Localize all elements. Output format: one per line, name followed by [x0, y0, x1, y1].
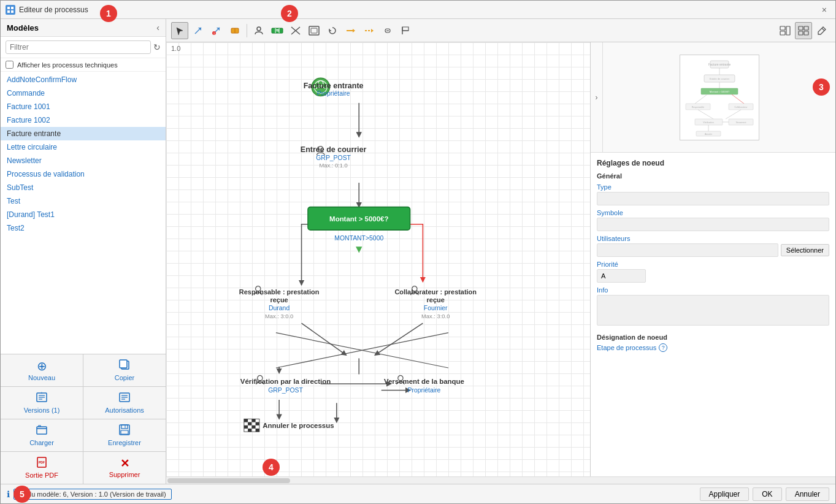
svg-rect-91 — [248, 429, 251, 432]
show-technical-checkbox[interactable] — [6, 61, 13, 69]
status-info-icon: ℹ — [7, 489, 10, 499]
list-item[interactable]: AddNoteConfirmFlow — [1, 73, 166, 86]
main-window: Editeur de processus × Modèles ‹ ↻ Affic… — [0, 0, 836, 504]
svg-text:reçue: reçue — [270, 296, 288, 304]
nouveau-icon: ⊕ — [37, 360, 47, 372]
subprocess-button[interactable] — [305, 22, 323, 39]
svg-text:Responsable : prestation: Responsable : prestation — [239, 288, 319, 296]
arrow2-button[interactable] — [361, 22, 378, 39]
refresh-icon[interactable]: ↻ — [153, 42, 161, 52]
erase-button[interactable] — [226, 22, 244, 39]
list-item[interactable]: Commande — [1, 86, 166, 100]
supprimer-label: Supprimer — [109, 471, 140, 478]
info-field-label: Info — [597, 286, 829, 294]
versions-icon: 1 — [36, 392, 47, 405]
svg-point-26 — [257, 27, 261, 31]
svg-line-109 — [726, 110, 741, 119]
models-list: AddNoteConfirmFlow Commande Facture 1001… — [1, 72, 166, 354]
symbol-field-input[interactable] — [597, 218, 829, 231]
charger-button[interactable]: Charger — [1, 419, 83, 451]
svg-text:PDF: PDF — [39, 460, 45, 464]
scrollbar-thumb[interactable] — [167, 478, 290, 483]
status-bar: ℹ ID du modèle: 6, Version : 1.0 (Versio… — [1, 484, 835, 503]
svg-rect-89 — [244, 426, 248, 429]
svg-text:Max.: 0:1.0: Max.: 0:1.0 — [319, 162, 347, 169]
list-item[interactable]: Test — [1, 194, 166, 208]
window-icon — [6, 5, 15, 15]
appliquer-button[interactable]: Appliquer — [700, 487, 750, 501]
loop-button[interactable] — [324, 22, 341, 39]
users-select-button[interactable]: Sélectionner — [781, 244, 829, 256]
svg-rect-15 — [37, 427, 47, 434]
annuler-button[interactable]: Annuler — [786, 487, 829, 501]
user-task-button[interactable] — [250, 22, 267, 39]
type-field-input[interactable] — [597, 192, 829, 205]
sidebar-action-buttons: ⊕ Nouveau Copier — [1, 354, 166, 484]
sidebar-header: Modèles ‹ — [1, 19, 166, 37]
list-item[interactable]: Test2 — [1, 221, 166, 235]
enregistrer-label: Enregistrer — [108, 439, 141, 446]
right-panel-collapse-button[interactable]: › — [591, 42, 603, 152]
svg-rect-90 — [251, 426, 255, 429]
list-item-active[interactable]: Facture entrante — [1, 127, 166, 140]
ok-button[interactable]: OK — [753, 487, 781, 501]
alert-step-button[interactable]: ! — [208, 22, 225, 39]
autorisations-label: Autorisations — [105, 407, 144, 414]
node-designation-label: Désignation de noeud — [597, 334, 829, 341]
svg-rect-0 — [7, 7, 10, 9]
list-item[interactable]: [Durand] Test1 — [1, 208, 166, 221]
svg-text:Entrée de courrier: Entrée de courrier — [709, 77, 729, 80]
supprimer-button[interactable]: ✕ Supprimer — [83, 452, 166, 484]
add-step-button[interactable] — [190, 22, 207, 39]
end-flag-button[interactable] — [397, 22, 415, 39]
canvas-version-label: 1.0 — [171, 45, 180, 52]
nouveau-button[interactable]: ⊕ Nouveau — [1, 354, 83, 386]
svg-text:Versement de la banque: Versement de la banque — [384, 378, 464, 385]
copier-icon — [118, 359, 131, 372]
svg-text:Responsable: Responsable — [691, 106, 704, 109]
enregistrer-icon — [119, 424, 130, 437]
svg-text:Annuler: Annuler — [704, 133, 712, 136]
help-icon[interactable]: ? — [659, 343, 667, 352]
merge-button[interactable] — [287, 22, 304, 39]
svg-text:Montant > 5000€?: Montant > 5000€? — [329, 215, 388, 223]
close-button[interactable]: × — [818, 4, 830, 16]
sidebar-title: Modèles — [7, 23, 39, 32]
versions-button[interactable]: 1 Versions (1) — [1, 387, 83, 419]
priority-field-input[interactable] — [597, 269, 646, 283]
autorisations-button[interactable]: Autorisations — [83, 387, 166, 419]
sidebar-collapse-button[interactable]: ‹ — [156, 23, 159, 32]
list-item[interactable]: Processus de validation — [1, 167, 166, 181]
list-item[interactable]: Facture 1002 — [1, 113, 166, 127]
symbol-field-label: Symbole — [597, 209, 829, 216]
horizontal-scrollbar[interactable] — [166, 476, 835, 484]
sortie-pdf-button[interactable]: PDF Sortie PDF — [1, 452, 83, 484]
copier-button[interactable]: Copier — [83, 354, 166, 386]
list-item[interactable]: Newsletter — [1, 154, 166, 167]
settings-section-title: Réglages de noeud — [597, 159, 829, 167]
layout1-button[interactable] — [777, 22, 794, 39]
toolbar-right — [777, 22, 830, 39]
list-item[interactable]: Lettre circulaire — [1, 140, 166, 154]
enregistrer-button[interactable]: Enregistrer — [83, 419, 166, 451]
users-field-row: Sélectionner — [597, 243, 829, 257]
info-field-textarea[interactable] — [597, 295, 829, 326]
users-field-input[interactable] — [597, 243, 778, 257]
layout2-button[interactable] — [795, 22, 812, 39]
select-tool-button[interactable] — [171, 22, 188, 39]
users-field-label: Utilisateurs — [597, 235, 829, 242]
list-item[interactable]: SubTest — [1, 181, 166, 194]
svg-line-103 — [732, 94, 744, 104]
list-item[interactable]: Facture 1001 — [1, 100, 166, 113]
sortie-pdf-label: Sortie PDF — [25, 472, 58, 479]
edit-settings-button[interactable] — [813, 22, 830, 39]
gateway-button[interactable]: ⇆ — [269, 22, 286, 39]
filter-input[interactable] — [6, 40, 151, 54]
svg-text:MONTANT>5000: MONTANT>5000 — [334, 235, 383, 242]
arrow-button[interactable] — [342, 22, 359, 39]
link-button[interactable] — [379, 22, 396, 39]
process-canvas-area[interactable]: 1.0 — [166, 42, 590, 476]
svg-rect-41 — [799, 31, 803, 35]
svg-text:Collaborateur : prestation: Collaborateur : prestation — [394, 288, 477, 296]
svg-rect-37 — [780, 31, 785, 35]
